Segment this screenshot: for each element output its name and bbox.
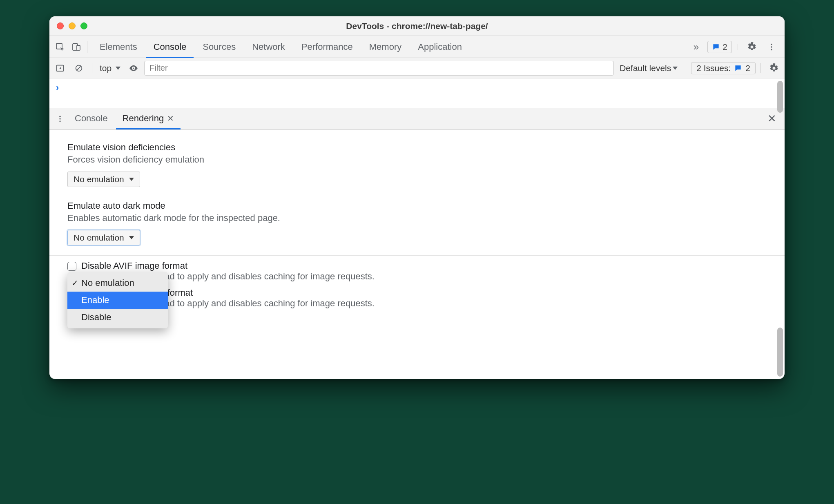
- close-tab-icon[interactable]: ✕: [167, 108, 174, 129]
- log-levels-select[interactable]: Default levels: [616, 63, 681, 73]
- option-disable[interactable]: Disable: [67, 309, 168, 326]
- issues-button[interactable]: 2 Issues: 2: [691, 62, 756, 74]
- overflow-tabs-button[interactable]: »: [688, 39, 704, 55]
- drawer-tab-console[interactable]: Console: [68, 108, 114, 129]
- traffic-lights: [49, 22, 87, 29]
- drawer-tabs: Console Rendering ✕: [68, 108, 762, 129]
- console-toolbar: top Default levels 2 Issues: 2: [49, 58, 785, 78]
- select-value: No emulation: [74, 233, 124, 243]
- live-expression-icon[interactable]: [125, 60, 142, 76]
- title-bar: DevTools - chrome://new-tab-page/: [49, 16, 785, 36]
- drawer-tab-label: Console: [75, 108, 108, 129]
- issues-label: 2 Issues:: [696, 63, 731, 73]
- svg-point-4: [771, 46, 772, 48]
- close-window-button[interactable]: [57, 22, 64, 29]
- main-tab-right-tools: » 2: [688, 39, 782, 55]
- tab-performance[interactable]: Performance: [294, 36, 360, 58]
- issues-chip-count: 2: [723, 42, 727, 52]
- section-disable-avif: Disable AVIF image format Requires a pag…: [67, 256, 767, 284]
- console-body[interactable]: ›: [49, 78, 785, 108]
- main-tabs: Elements Console Sources Network Perform…: [90, 36, 688, 58]
- window-title: DevTools - chrome://new-tab-page/: [346, 21, 488, 31]
- section-disable-webp: Disable WebP image format Requires a pag…: [67, 284, 767, 319]
- console-sidebar-toggle-icon[interactable]: [52, 60, 68, 76]
- separator: [87, 41, 87, 53]
- drawer-tab-label: Rendering: [123, 108, 164, 129]
- kebab-menu-icon[interactable]: [763, 39, 780, 55]
- section-title: Emulate auto dark mode: [67, 201, 767, 211]
- select-value: No emulation: [74, 174, 124, 184]
- tab-elements[interactable]: Elements: [92, 36, 145, 58]
- option-enable[interactable]: Enable: [67, 292, 168, 309]
- option-label: No emulation: [81, 278, 134, 288]
- option-label: Disable: [81, 312, 111, 322]
- separator: [760, 63, 761, 73]
- console-body-wrap: ›: [49, 78, 785, 108]
- device-toolbar-icon[interactable]: [68, 39, 85, 55]
- settings-icon[interactable]: [744, 39, 760, 55]
- devtools-window: DevTools - chrome://new-tab-page/ Elemen…: [49, 16, 785, 379]
- svg-point-8: [59, 116, 60, 117]
- section-auto-dark-mode: Emulate auto dark mode Enables automatic…: [67, 197, 767, 255]
- clear-console-icon[interactable]: [71, 60, 87, 76]
- issues-count: 2: [745, 63, 750, 73]
- issues-chip[interactable]: 2: [707, 41, 732, 53]
- message-icon: [712, 43, 720, 51]
- tab-sources[interactable]: Sources: [195, 36, 243, 58]
- section-desc: Enables automatic dark mode for the insp…: [67, 213, 767, 223]
- log-levels-label: Default levels: [620, 63, 671, 73]
- tab-network[interactable]: Network: [245, 36, 292, 58]
- console-prompt-caret: ›: [56, 81, 59, 95]
- tab-memory[interactable]: Memory: [362, 36, 409, 58]
- drawer-kebab-icon[interactable]: [52, 111, 68, 127]
- vision-deficiency-select[interactable]: No emulation: [67, 172, 140, 187]
- svg-rect-2: [77, 45, 80, 50]
- separator: [738, 44, 738, 50]
- option-label: Enable: [81, 295, 109, 305]
- check-icon: ✓: [71, 274, 78, 292]
- chevron-down-icon: [116, 67, 120, 70]
- execution-context-label: top: [100, 63, 111, 73]
- rendering-panel-wrap: Emulate vision deficiencies Forces visio…: [49, 130, 785, 379]
- tab-application[interactable]: Application: [410, 36, 469, 58]
- auto-dark-mode-options-popup: ✓ No emulation Enable Disable: [67, 272, 168, 328]
- console-settings-icon[interactable]: [766, 60, 782, 76]
- section-title: Emulate vision deficiencies: [67, 142, 767, 153]
- drawer-tab-bar: Console Rendering ✕ ✕: [49, 108, 785, 130]
- console-filter-input[interactable]: [144, 61, 614, 76]
- inspect-element-icon[interactable]: [52, 39, 68, 55]
- section-desc: Forces vision deficiency emulation: [67, 154, 767, 165]
- rendering-panel: Emulate vision deficiencies Forces visio…: [49, 130, 785, 379]
- scrollbar[interactable]: [777, 78, 783, 108]
- option-no-emulation[interactable]: ✓ No emulation: [67, 274, 168, 292]
- minimize-window-button[interactable]: [69, 22, 76, 29]
- zoom-window-button[interactable]: [80, 22, 87, 29]
- svg-point-10: [59, 120, 60, 122]
- message-icon: [734, 64, 742, 72]
- separator: [92, 63, 92, 73]
- chevron-down-icon: [129, 236, 134, 239]
- svg-point-5: [771, 49, 772, 50]
- svg-point-3: [771, 43, 772, 45]
- separator: [686, 63, 686, 73]
- scrollbar[interactable]: [777, 130, 783, 379]
- svg-point-9: [59, 118, 60, 119]
- chevron-down-icon: [129, 178, 134, 181]
- checkbox-label: Disable AVIF image format: [81, 261, 375, 271]
- tab-console[interactable]: Console: [146, 36, 194, 58]
- drawer-tab-rendering[interactable]: Rendering ✕: [116, 108, 181, 129]
- section-vision-deficiencies: Emulate vision deficiencies Forces visio…: [67, 139, 767, 197]
- execution-context-select[interactable]: top: [97, 63, 123, 73]
- auto-dark-mode-select[interactable]: No emulation: [67, 230, 140, 245]
- chevron-down-icon: [673, 67, 678, 70]
- main-tab-bar: Elements Console Sources Network Perform…: [49, 36, 785, 58]
- disable-avif-checkbox[interactable]: [67, 262, 76, 271]
